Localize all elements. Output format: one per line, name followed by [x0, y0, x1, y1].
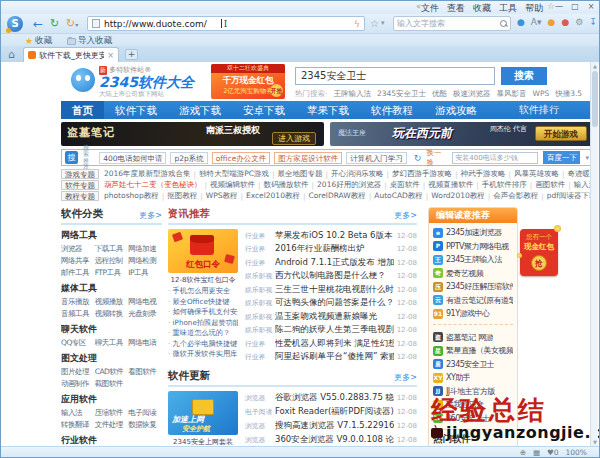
- app-link[interactable]: 盗墓笔记 网游: [446, 332, 493, 343]
- news-link[interactable]: 阿里起诉刷单平台“傻推网” 索赔216万元: [275, 351, 394, 363]
- hot-word[interactable]: WPS: [532, 89, 549, 99]
- promo-link[interactable]: 如何确保手机支付安全: [173, 307, 238, 316]
- hot-word[interactable]: 极速浏览器: [453, 89, 491, 99]
- category-link[interactable]: 网络共享: [61, 256, 95, 266]
- topic-link[interactable]: 数码播放软件: [264, 180, 309, 190]
- promo-link[interactable]: 微软开发软件实用库: [173, 349, 238, 358]
- app-link[interactable]: 91Y游戏中心: [446, 308, 490, 319]
- floating-redpacket-ad[interactable]: 您有一个 现金红包 抢: [520, 229, 558, 276]
- topic-link[interactable]: 开心消消乐攻略: [331, 169, 384, 179]
- app-row[interactable]: 奇爱奇艺视频: [433, 267, 513, 281]
- scrollbar-thumb[interactable]: [592, 71, 598, 127]
- category-link[interactable]: 网络电话: [128, 338, 162, 348]
- minimize-button[interactable]: —: [553, 1, 565, 12]
- game-banner-xiyuanqian[interactable]: 魔法王座 玩在西元前 周杰伦 代言 开始游戏: [330, 122, 591, 146]
- hot-word[interactable]: 2345安全卫士: [377, 89, 426, 99]
- app-link[interactable]: 2345好压解压缩软件: [446, 281, 513, 292]
- category-link[interactable]: 视频播放: [95, 297, 129, 307]
- category-link[interactable]: 音频工具: [61, 309, 95, 319]
- topic-link[interactable]: WPS教程: [206, 191, 238, 201]
- update-link[interactable]: 谷歌浏览器 V55.0.2883.75 稳定版: [275, 392, 394, 404]
- app-link[interactable]: 繁星直播（美女视频）: [446, 345, 513, 356]
- baidu-search-button[interactable]: 百度一下: [543, 151, 580, 164]
- grid-view-icon[interactable]: ▦: [533, 448, 540, 457]
- promo-link[interactable]: 九个必学电脑快捷键: [173, 339, 238, 348]
- favorite-star-icon[interactable]: ☆: [370, 18, 379, 29]
- updates-promo-caption[interactable]: 2345安全上网套装: [168, 437, 238, 446]
- search-icon[interactable]: [500, 20, 507, 27]
- site-logo[interactable]: 2345软件大全: [99, 75, 194, 90]
- app-row[interactable]: 云有道云笔记(原有道笔记): [433, 294, 513, 308]
- category-link[interactable]: 截图软件: [95, 379, 129, 389]
- alert-icon[interactable]: ●: [561, 17, 569, 27]
- browser-search-box[interactable]: 输入文字搜索: [393, 16, 511, 31]
- category-link[interactable]: 网络加速: [128, 244, 162, 254]
- restore-tabs-icon[interactable]: ↻▾: [66, 17, 78, 30]
- font-size-icon[interactable]: A▾: [531, 17, 542, 27]
- topic-link[interactable]: Excel2010教程: [246, 191, 300, 201]
- ad-grab-button[interactable]: 开抢: [270, 84, 283, 97]
- site-search-button[interactable]: 搜索: [501, 67, 547, 85]
- update-link[interactable]: Foxit Reader(福昕PDF阅读器) V8.1.2.1117: [275, 406, 394, 418]
- red-packet-promo-image[interactable]: 红包口令: [168, 229, 238, 273]
- home-icon[interactable]: ⌂: [8, 48, 15, 61]
- nav-item[interactable]: 安卓下载: [232, 101, 296, 119]
- app-row[interactable]: 王2345王牌输入法: [433, 253, 513, 267]
- enter-game-button[interactable]: 进入游戏: [272, 132, 316, 145]
- category-link[interactable]: 下载工具: [95, 244, 129, 254]
- strip-caret-icon[interactable]: ▾: [585, 154, 589, 162]
- topic-link[interactable]: AutoCAD教程: [374, 191, 423, 201]
- header-ad-banner[interactable]: 双十二狂欢盛典 千万现金红包 2亿元淘宝购物券 开抢: [211, 64, 285, 99]
- change-batch-link[interactable]: 换一换: [426, 148, 447, 168]
- topic-link[interactable]: photoshop教程: [104, 191, 159, 201]
- new-tab-button[interactable]: +: [125, 49, 138, 60]
- news-link[interactable]: 温玉案吻戏视频遭新娘曝光: [275, 311, 394, 323]
- app-row[interactable]: e2345加速浏览器: [433, 226, 513, 240]
- strip-tag[interactable]: 计算机入门学习: [346, 152, 407, 164]
- topic-link[interactable]: 2016好用的浏览器: [317, 180, 381, 190]
- topic-link[interactable]: 抠图教程: [167, 191, 197, 201]
- category-link[interactable]: 数据恢复: [128, 420, 162, 430]
- like-count[interactable]: ♥0: [547, 448, 559, 457]
- topic-link[interactable]: 梦幻西游手游攻略: [392, 169, 452, 179]
- back-icon[interactable]: ←: [33, 17, 43, 31]
- topic-link[interactable]: Word2010教程: [431, 191, 484, 201]
- plugin-icon[interactable]: ●: [548, 17, 556, 27]
- category-link[interactable]: 浏览器: [61, 244, 95, 254]
- vertical-scrollbar[interactable]: ▲ ▼: [590, 62, 598, 446]
- url-text[interactable]: http://www.duote.com/: [104, 19, 207, 29]
- strip-tag[interactable]: p2p系统: [170, 152, 207, 164]
- app-link[interactable]: XY助手: [446, 372, 470, 383]
- strip-search-input[interactable]: [452, 152, 538, 164]
- speedup-promo-image[interactable]: 加速上网 安全护航: [168, 391, 238, 435]
- strip-tag[interactable]: office办公文件: [212, 152, 271, 164]
- topic-link[interactable]: 独特大型端游PC游戏: [199, 169, 269, 179]
- category-link[interactable]: FTP工具: [95, 268, 129, 278]
- update-link[interactable]: 360安全浏览器 V9.0.0.108 论坛版: [275, 434, 394, 446]
- start-game-button[interactable]: 开始游戏: [535, 126, 587, 141]
- app-link[interactable]: 2345加速浏览器: [446, 227, 502, 238]
- promo-link[interactable]: 最全Office快捷键: [173, 297, 230, 306]
- hot-word[interactable]: 暴风影音: [496, 89, 526, 99]
- sogou-logo-icon[interactable]: S: [7, 16, 23, 32]
- category-link[interactable]: 输入法: [61, 408, 95, 418]
- scroll-down-icon[interactable]: ▼: [591, 439, 599, 445]
- topic-link[interactable]: 桌面软件: [390, 180, 420, 190]
- hot-word[interactable]: 王牌输入法: [333, 89, 371, 99]
- news-link[interactable]: Android 7.1.1正式版发布 增加手机续航: [275, 257, 394, 269]
- updates-more-link[interactable]: 更多>: [394, 372, 417, 383]
- news-link[interactable]: 西方代以制电路图是什么梗？: [275, 270, 394, 282]
- category-link[interactable]: 动画制作: [61, 379, 95, 389]
- topic-link[interactable]: 输入法软件: [574, 180, 591, 190]
- maximize-button[interactable]: □: [569, 1, 581, 12]
- news-link[interactable]: 陈二狗的妖孽人生第三季电视剧播出时间: [275, 324, 394, 336]
- category-link[interactable]: 光盘刻录: [128, 309, 162, 319]
- category-link[interactable]: 远程控制: [95, 256, 129, 266]
- category-link[interactable]: 视频转换: [95, 309, 129, 319]
- category-link[interactable]: 电子阅读: [128, 408, 162, 418]
- news-link[interactable]: 性爱机器人即将到来 满足性幻想【图】: [275, 338, 394, 350]
- category-more-link[interactable]: 更多>: [139, 210, 162, 221]
- strip-tag[interactable]: 400电话如何申请: [99, 152, 166, 164]
- settings-gear-icon[interactable]: ⚙: [575, 17, 583, 27]
- news-link[interactable]: 三生三世十里桃花电视剧什么时候播出？: [275, 284, 394, 296]
